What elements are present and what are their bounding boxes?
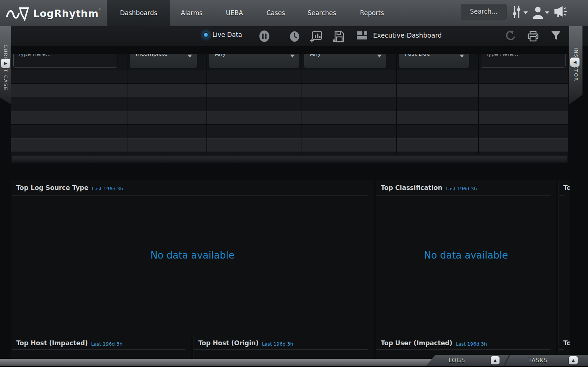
- widget-top-log-source-type: Top Log Source Type Last 196d 3h No data…: [11, 180, 374, 338]
- widget-top-classification: Top Classification Last 196d 3h No data …: [376, 180, 556, 338]
- column-divider: [206, 54, 207, 154]
- tasks-expand-button[interactable]: ▲: [569, 356, 578, 364]
- grid-filter-row: Incomplete Any Any Past Due: [11, 54, 568, 70]
- tab-searches[interactable]: Searches: [296, 0, 348, 26]
- table-row[interactable]: [11, 84, 568, 97]
- logrhythm-dashboard-screen: LogRhythm ™ Dashboards Alarms UEBA Cases…: [0, 0, 588, 367]
- table-row[interactable]: [11, 138, 568, 152]
- select-arrow-icon: [188, 55, 192, 58]
- table-row[interactable]: [11, 97, 568, 111]
- owner-filter-select[interactable]: Any: [304, 54, 386, 68]
- logrhythm-logo[interactable]: LogRhythm ™: [6, 4, 102, 22]
- live-data-dot-icon: [203, 32, 209, 38]
- preferences-sliders-icon[interactable]: [512, 5, 522, 19]
- widget-time-range[interactable]: Last 196d 3h: [446, 186, 477, 191]
- tasks-tab-label[interactable]: TASKS: [528, 355, 547, 366]
- dashboard-name[interactable]: Executive-Dashboard: [373, 32, 442, 39]
- column-divider: [302, 54, 302, 154]
- select-arrow-icon: [377, 55, 382, 58]
- no-data-message: No data available: [11, 250, 374, 261]
- tab-reports[interactable]: Reports: [348, 0, 396, 26]
- pause-icon[interactable]: [258, 30, 271, 43]
- no-data-message: No data available: [376, 250, 556, 261]
- current-case-expand-button[interactable]: ▶: [1, 59, 10, 68]
- status-filter-select[interactable]: Incomplete: [130, 54, 197, 68]
- logs-tasks-dock: LOGS ▲ TASKS ▲: [426, 355, 588, 366]
- save-icon[interactable]: [333, 31, 344, 42]
- select-arrow-icon: [290, 55, 295, 58]
- widget-time-range[interactable]: Last 196d 3h: [262, 341, 293, 347]
- widget-time-range[interactable]: Last 196d 3h: [91, 341, 122, 347]
- widget-time-range[interactable]: Last 196d 3h: [92, 186, 123, 191]
- grid-rows: [11, 70, 568, 152]
- table-row[interactable]: [11, 70, 568, 84]
- widget-top-host-impacted: Top Host (Impacted) Last 196d 3h: [11, 336, 191, 359]
- undo-icon[interactable]: [505, 30, 516, 41]
- logrhythm-wave-icon: [6, 5, 30, 22]
- user-caret-icon[interactable]: [545, 11, 549, 14]
- widget-title: Top Classification: [381, 184, 442, 191]
- tab-cases[interactable]: Cases: [256, 0, 296, 26]
- live-data-toggle[interactable]: Live Data: [203, 31, 242, 38]
- tab-alarms[interactable]: Alarms: [170, 0, 213, 26]
- print-icon[interactable]: [527, 31, 539, 42]
- user-account-icon[interactable]: [532, 6, 544, 19]
- dashboard-layout-icon: [356, 30, 368, 41]
- live-data-label: Live Data: [212, 31, 242, 38]
- filter-funnel-icon[interactable]: [551, 31, 561, 41]
- column-divider: [478, 54, 479, 154]
- priority-filter-select[interactable]: Any: [209, 54, 299, 68]
- table-row[interactable]: [11, 125, 568, 138]
- time-range-clock-icon[interactable]: [289, 31, 300, 42]
- dock-divider: [503, 355, 510, 366]
- text-filter-input[interactable]: [13, 54, 117, 68]
- widget-title: Top User (Impacted): [381, 339, 452, 347]
- grid-horizontal-scrollbar[interactable]: [12, 156, 567, 162]
- logs-expand-button[interactable]: ▲: [491, 356, 500, 364]
- inspector-collapse-button[interactable]: ◀: [570, 58, 580, 67]
- add-widget-icon[interactable]: [310, 31, 322, 42]
- widget-title: Top: [563, 339, 570, 347]
- logo-trademark: ™: [98, 8, 102, 12]
- table-row[interactable]: [11, 111, 568, 125]
- widget-title: Top Host (Impacted): [16, 339, 88, 347]
- top-navbar: LogRhythm ™ Dashboards Alarms UEBA Cases…: [0, 0, 588, 26]
- announcements-megaphone-icon[interactable]: [553, 6, 567, 18]
- search-button[interactable]: Search...: [461, 4, 507, 19]
- column-divider: [128, 54, 128, 154]
- widgets-area: Top Log Source Type Last 196d 3h No data…: [11, 170, 570, 359]
- page-horizontal-scrollbar-thumb[interactable]: [0, 359, 432, 366]
- select-arrow-icon: [460, 55, 464, 58]
- widget-time-range[interactable]: Last 196d 3h: [456, 341, 487, 347]
- widget-partial-right: Top: [558, 180, 570, 338]
- column-divider: [396, 54, 397, 154]
- preferences-caret-icon[interactable]: [523, 11, 528, 14]
- logo-text: LogRhythm: [33, 8, 98, 19]
- widget-title: Top: [563, 184, 570, 191]
- logs-tab-label[interactable]: LOGS: [449, 355, 465, 366]
- cases-grid-panel: Incomplete Any Any Past Due: [11, 54, 568, 163]
- widget-title: Top Log Source Type: [16, 184, 88, 191]
- dashboard-toolbar: Live Data: [0, 26, 588, 46]
- widget-title: Top Host (Origin): [198, 339, 258, 347]
- text-filter-input[interactable]: [481, 54, 566, 68]
- tab-dashboards[interactable]: Dashboards: [107, 0, 170, 26]
- widget-top-host-origin: Top Host (Origin) Last 196d 3h: [193, 336, 374, 359]
- due-filter-select[interactable]: Past Due: [399, 54, 469, 68]
- tab-ueba[interactable]: UEBA: [213, 0, 256, 26]
